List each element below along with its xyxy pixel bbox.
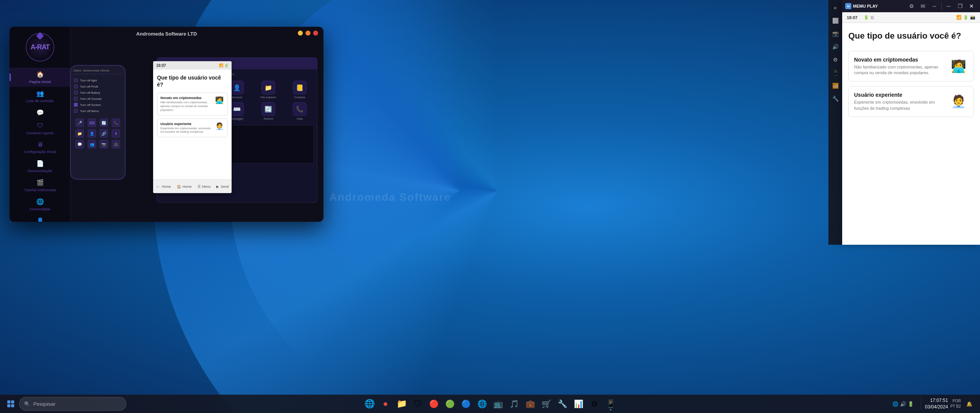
sidebar-item-tutorial[interactable]: 🎬 Tutorial Andromeda bbox=[10, 176, 70, 195]
close-button[interactable] bbox=[313, 31, 318, 36]
taskbar-app-1[interactable]: 🛡 bbox=[410, 397, 425, 411]
svg-rect-0 bbox=[7, 400, 10, 403]
contact-icon: 👥 bbox=[88, 140, 96, 148]
minimize-button[interactable] bbox=[298, 31, 303, 36]
chat2-icon: 💬 bbox=[75, 140, 84, 148]
phone-menu-item-4: Turn off Screen bbox=[73, 102, 122, 108]
phone-icon-folder[interactable]: 📁 bbox=[75, 129, 85, 138]
memu-window-controls: ⚙ ✉ ↔ ─ ❐ ✕ bbox=[906, 1, 977, 11]
taskbar-app-memu[interactable]: 📱 bbox=[603, 397, 618, 411]
android-content: Que tipo de usuário você é? Novato em cr… bbox=[153, 70, 232, 145]
taskbar-app-11[interactable]: 📊 bbox=[571, 397, 586, 411]
system-clock[interactable]: 17:07:51 03/04/2024 bbox=[925, 397, 948, 410]
checkbox-1[interactable] bbox=[74, 85, 78, 88]
memu-minimize-button[interactable]: ─ bbox=[943, 1, 954, 11]
checkbox-2[interactable] bbox=[74, 91, 78, 94]
taskbar-app-12[interactable]: ⚙ bbox=[587, 397, 602, 411]
side-tool-6[interactable]: 📶 bbox=[829, 80, 841, 92]
keyboard-icon: ⌨ bbox=[88, 119, 96, 127]
memu-side-toolbar: « ⬜ 📸 🔊 ⚙ 📱 📶 🔧 bbox=[828, 0, 842, 245]
memu-screenshot-icon: 📸 bbox=[970, 15, 975, 20]
battery-icon: 🔋 bbox=[908, 401, 914, 407]
taskbar-app-9[interactable]: 🛒 bbox=[539, 397, 554, 411]
sound-icon: 🔊 bbox=[900, 401, 906, 407]
phone-icon-video[interactable]: 🎥 bbox=[111, 140, 121, 148]
sidebar-item-config[interactable]: 🖥 Configuração Inicial bbox=[10, 138, 70, 157]
memu-close-button[interactable]: ✕ bbox=[966, 1, 977, 11]
phone-icon-refresh[interactable]: 🔄 bbox=[99, 119, 109, 127]
notifications-button[interactable]: 🔔 bbox=[963, 396, 975, 411]
android-nav-send[interactable]: ▶ Send bbox=[216, 185, 229, 189]
taskbar-app-6[interactable]: 📺 bbox=[491, 397, 505, 411]
phone-icon-keyboard[interactable]: ⌨ bbox=[87, 119, 97, 127]
logo-background: A-RAT bbox=[26, 33, 54, 62]
phone-icon-link[interactable]: 🔗 bbox=[99, 129, 109, 138]
side-tool-1[interactable]: ⬜ bbox=[829, 15, 841, 27]
taskbar-app-7[interactable]: 🎵 bbox=[507, 397, 521, 411]
android-card-1-icon: 🧑‍💼 bbox=[215, 122, 224, 130]
sidebar-item-home[interactable]: 🏠 Pagina Inicial bbox=[10, 68, 70, 87]
docs-icon: 📄 bbox=[36, 160, 44, 167]
phone-icon-contact[interactable]: 👥 bbox=[87, 140, 97, 148]
side-tool-3[interactable]: 🔊 bbox=[829, 41, 841, 53]
android-nav-home[interactable]: 🏠 Home bbox=[177, 185, 192, 189]
client-icon-calls[interactable]: 📞 Calls bbox=[286, 102, 314, 120]
sidebar-item-connection[interactable]: 👥 Lista de conexão bbox=[10, 87, 70, 106]
memu-toolbar-icon-1[interactable]: ✉ bbox=[918, 1, 928, 11]
client-icon-contacts[interactable]: 📒 Contacts bbox=[286, 81, 314, 99]
search-box[interactable]: 🔍 Pesquisar bbox=[19, 397, 126, 411]
client-icon-file-explorer[interactable]: 📁 File explorer bbox=[254, 81, 283, 99]
android-card-1[interactable]: Usuário experiente Experiente em criptom… bbox=[157, 119, 228, 138]
taskbar-app-chrome[interactable]: ● bbox=[378, 397, 393, 411]
side-tool-expand[interactable]: « bbox=[829, 2, 841, 14]
taskbar-app-4[interactable]: 🔵 bbox=[459, 397, 473, 411]
sidebar-item-docs[interactable]: 📄 Documentação bbox=[10, 157, 70, 176]
phone-icon-mic[interactable]: 🎤 bbox=[75, 119, 85, 127]
user-type-experienced-card[interactable]: Usuário experiente Experiente em criptom… bbox=[848, 86, 974, 117]
taskbar-app-files[interactable]: 📁 bbox=[394, 397, 409, 411]
android-card-0[interactable]: Novato em criptomoedas Não familiarizado… bbox=[157, 93, 228, 115]
memu-resize-button[interactable]: ❐ bbox=[955, 1, 965, 11]
phone-icon-download[interactable]: ⬇ bbox=[111, 129, 121, 138]
user-type-novice-card[interactable]: Novato em criptomoedas Não familiarizado… bbox=[848, 51, 974, 82]
taskbar-app-2[interactable]: 🔴 bbox=[426, 397, 441, 411]
taskbar-app-edge[interactable]: 🌐 bbox=[362, 397, 377, 411]
phone-icon-chat2[interactable]: 💬 bbox=[75, 140, 85, 148]
checkbox-0[interactable] bbox=[74, 78, 78, 82]
memu-toolbar-icon-0[interactable]: ⚙ bbox=[906, 1, 917, 11]
checkbox-5[interactable] bbox=[74, 109, 78, 113]
users-icon: 👥 bbox=[36, 90, 44, 97]
taskbar-app-10[interactable]: 🔧 bbox=[555, 397, 570, 411]
reboot-label: Reboot bbox=[264, 117, 273, 120]
side-tool-7[interactable]: 🔧 bbox=[829, 93, 841, 105]
sidebar-item-about[interactable]: 👤 Sobre Andromeda bbox=[10, 214, 70, 222]
taskbar-app-5[interactable]: 🌐 bbox=[475, 397, 489, 411]
sidebar: A-RAT 🏠 Pagina Inicial 👥 Lista de conexã… bbox=[10, 27, 71, 222]
checkbox-4[interactable] bbox=[74, 103, 78, 107]
side-tool-2[interactable]: 📸 bbox=[829, 28, 841, 40]
notification-area[interactable]: 🌐 🔊 🔋 bbox=[889, 396, 917, 411]
taskbar-app-8[interactable]: 💼 bbox=[523, 397, 537, 411]
checkbox-3[interactable] bbox=[74, 97, 78, 101]
sidebar-item-build[interactable]: 🛡 Construir Agente bbox=[10, 119, 70, 138]
memu-toolbar-icon-2[interactable]: ↔ bbox=[929, 1, 940, 11]
file-explorer-label: File explorer bbox=[260, 96, 276, 99]
refresh-icon: 🔄 bbox=[100, 119, 108, 127]
android-nav-back[interactable]: ← Home bbox=[156, 184, 171, 189]
side-tool-5[interactable]: 📱 bbox=[829, 67, 841, 79]
android-card-1-title: Usuário experiente bbox=[160, 122, 213, 126]
phone-icon-camera[interactable]: 📷 bbox=[99, 140, 109, 148]
phone-icon-call[interactable]: 📞 bbox=[111, 119, 121, 127]
maximize-button[interactable] bbox=[305, 31, 310, 36]
keylogger-label: Keylogger bbox=[230, 117, 243, 120]
taskbar-app-3[interactable]: 🟢 bbox=[443, 397, 457, 411]
sidebar-item-community[interactable]: 🌐 Comunidade bbox=[10, 195, 70, 214]
sidebar-item-docs-label: Documentação bbox=[28, 169, 52, 173]
client-icon-reboot[interactable]: 🔄 Reboot bbox=[254, 102, 283, 120]
side-tool-4[interactable]: ⚙ bbox=[829, 54, 841, 66]
sidebar-item-chat[interactable]: 💬 bbox=[10, 106, 70, 119]
start-button[interactable] bbox=[3, 396, 18, 411]
taskbar-right: 🌐 🔊 🔋 17:07:51 03/04/2024 POR PT B2 🔔 bbox=[889, 396, 980, 411]
phone-icon-user[interactable]: 👤 bbox=[87, 129, 97, 138]
android-nav-menu[interactable]: ☰ Menu bbox=[198, 185, 211, 189]
